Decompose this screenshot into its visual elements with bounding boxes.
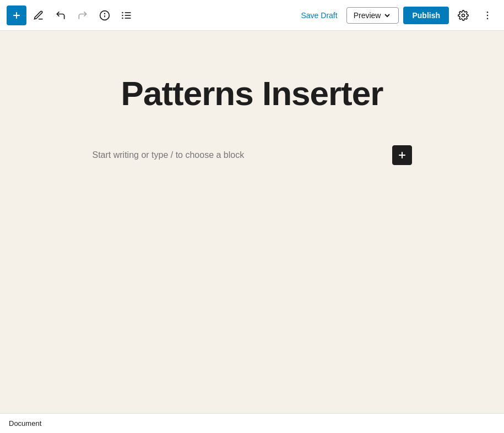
- save-draft-button[interactable]: Save Draft: [297, 8, 342, 23]
- toolbar: Save Draft Preview Publish: [0, 0, 504, 31]
- plus-icon: [397, 150, 408, 161]
- tools-button[interactable]: [29, 6, 48, 25]
- toolbar-left: [7, 6, 297, 25]
- svg-point-14: [487, 18, 489, 19]
- status-bar-label: Document: [9, 419, 41, 427]
- svg-point-11: [462, 14, 465, 17]
- publish-button[interactable]: Publish: [403, 7, 449, 24]
- add-block-button[interactable]: [7, 6, 26, 25]
- editor-area: Patterns Inserter Start writing or type …: [0, 31, 504, 413]
- more-options-button[interactable]: [478, 6, 497, 25]
- block-placeholder-row: Start writing or type / to choose a bloc…: [87, 145, 418, 165]
- svg-point-13: [487, 14, 489, 16]
- post-title[interactable]: Patterns Inserter: [32, 75, 473, 112]
- block-placeholder-text[interactable]: Start writing or type / to choose a bloc…: [93, 150, 245, 160]
- list-view-button[interactable]: [117, 6, 137, 25]
- svg-point-12: [487, 11, 489, 13]
- toolbar-right: Save Draft Preview Publish: [297, 6, 498, 25]
- status-bar: Document: [0, 413, 504, 433]
- document-info-button[interactable]: [95, 6, 115, 25]
- add-block-inline-button[interactable]: [392, 145, 412, 165]
- preview-button[interactable]: Preview: [346, 7, 399, 24]
- redo-button[interactable]: [73, 6, 93, 25]
- undo-button[interactable]: [51, 6, 71, 25]
- settings-button[interactable]: [453, 6, 473, 25]
- preview-label: Preview: [354, 11, 381, 20]
- chevron-down-icon: [383, 11, 392, 20]
